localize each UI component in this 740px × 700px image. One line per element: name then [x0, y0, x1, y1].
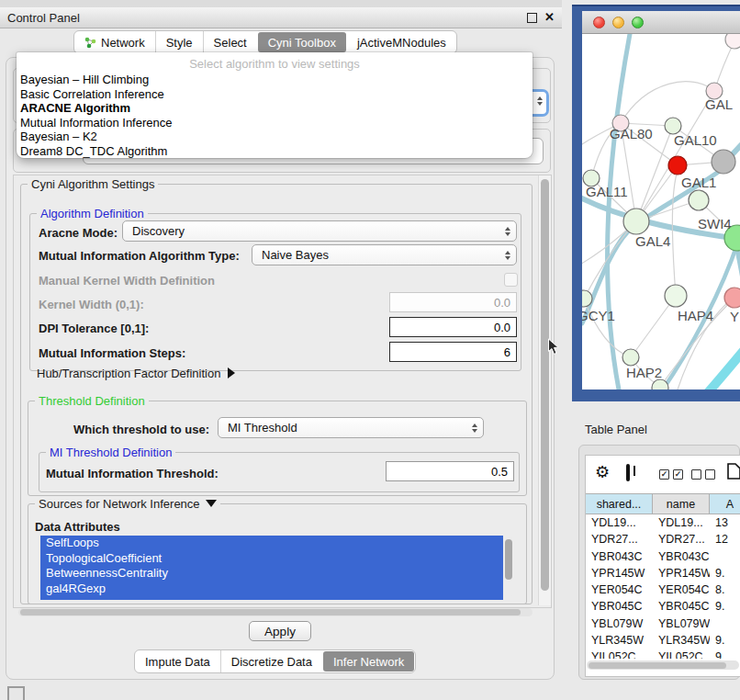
table-cell[interactable]: YLR345W: [653, 632, 710, 649]
dropdown-item-bayesian-k2[interactable]: Bayesian – K2: [17, 130, 533, 144]
network-node[interactable]: [652, 379, 668, 390]
export-table-icon[interactable]: [727, 463, 740, 483]
manual-kernel-checkbox[interactable]: [504, 273, 518, 287]
table-horizontal-scrollbar[interactable]: [587, 660, 739, 670]
close-window-icon[interactable]: [593, 17, 605, 28]
kernel-width-input[interactable]: [389, 292, 517, 312]
table-cell[interactable]: YBL079W: [653, 615, 710, 632]
attribute-item-betweennesscentrality[interactable]: BetweennessCentrality: [40, 566, 503, 581]
table-cell[interactable]: YDR27...: [586, 531, 653, 548]
select-all-checks-icon[interactable]: ✓✓: [659, 469, 683, 480]
table-cell[interactable]: YIL052C: [586, 649, 653, 659]
dpi-tolerance-input[interactable]: [389, 317, 517, 337]
table-cell[interactable]: [710, 548, 740, 565]
table-row[interactable]: YBR043CYBR043C: [586, 548, 740, 565]
settings-vertical-scrollbar[interactable]: [538, 175, 551, 605]
zoom-window-icon[interactable]: [632, 17, 644, 28]
attribute-item-selfloops[interactable]: SelfLoops: [40, 536, 503, 551]
tab-cyni-toolbox[interactable]: Cyni Toolbox: [258, 32, 346, 52]
network-node-hap4[interactable]: [665, 285, 687, 307]
dropdown-item-dream8-dc-tdc-algorithm[interactable]: Dream8 DC_TDC Algorithm: [17, 144, 533, 159]
minimized-panel-icon[interactable]: [7, 686, 25, 700]
table-row[interactable]: YPR145WYPR145W9.: [586, 565, 740, 581]
table-cell[interactable]: YPR145W: [653, 565, 710, 581]
column-visibility-icon[interactable]: [626, 464, 630, 481]
aracne-mode-combo[interactable]: Discovery: [122, 220, 517, 242]
attribute-item-gal4rgexp[interactable]: gal4RGexp: [40, 581, 503, 597]
network-node[interactable]: [668, 156, 687, 175]
table-row[interactable]: YDL19...YDL19...13: [586, 514, 740, 531]
dropdown-item-mutual-information-inference[interactable]: Mutual Information Inference: [17, 116, 533, 130]
which-threshold-combo[interactable]: MI Threshold: [218, 417, 484, 438]
table-cell[interactable]: YBR043C: [586, 548, 653, 565]
mi-type-combo[interactable]: Naive Bayes: [252, 244, 517, 265]
collapse-arrow-icon[interactable]: [206, 500, 217, 507]
table-cell[interactable]: 8.: [710, 581, 740, 598]
tab-discretize-data[interactable]: Discretize Data: [220, 650, 322, 672]
close-panel-icon[interactable]: ✕: [544, 13, 555, 22]
settings-horizontal-scrollbar[interactable]: [18, 608, 533, 616]
table-row[interactable]: YBL079WYBL079W: [586, 615, 740, 632]
table-cell[interactable]: YER054C: [586, 581, 653, 598]
table-cell[interactable]: 13: [710, 514, 740, 531]
network-view[interactable]: GALGAL80GAL10GAL1GAL11GAL4SWI4GCY1HAP4YH…: [582, 34, 740, 390]
column-header-shared-[interactable]: shared...: [586, 493, 653, 514]
tab-impute-data[interactable]: Impute Data: [135, 650, 220, 672]
network-node-gal1[interactable]: [689, 190, 709, 210]
data-attributes-list[interactable]: SelfLoopsTopologicalCoefficientBetweenne…: [40, 536, 503, 600]
tab-jactivemnodules[interactable]: jActiveMNodules: [347, 31, 456, 53]
table-row[interactable]: YDR27...YDR27...12: [586, 531, 740, 548]
hub-definition-toggle[interactable]: Hub/Transcription Factor Definition: [37, 367, 235, 380]
table-cell[interactable]: YER054C: [653, 581, 710, 598]
table-row[interactable]: YIL052CYIL052C9.: [586, 649, 740, 659]
table-cell[interactable]: YDR27...: [653, 531, 710, 548]
mi-threshold-input[interactable]: [386, 461, 514, 481]
table-cell[interactable]: YBR045C: [586, 598, 653, 615]
tab-style[interactable]: Style: [155, 31, 203, 53]
table-cell[interactable]: YPR145W: [586, 565, 653, 581]
scrollbar-thumb[interactable]: [20, 609, 521, 615]
table-row[interactable]: YBR045CYBR045C9.: [586, 598, 740, 615]
tab-label: Cyni Toolbox: [268, 36, 336, 50]
table-row[interactable]: YLR345WYLR345W9.: [586, 632, 740, 649]
network-node[interactable]: [725, 34, 740, 49]
table-cell[interactable]: 9.: [710, 632, 740, 649]
column-header-a[interactable]: A: [710, 493, 740, 514]
dropdown-item-aracne-algorithm[interactable]: ARACNE Algorithm: [17, 101, 533, 116]
tab-infer-network[interactable]: Infer Network: [323, 651, 414, 672]
attribute-item-topologicalcoefficient[interactable]: TopologicalCoefficient: [40, 551, 503, 567]
table-row[interactable]: YER054CYER054C8.: [586, 581, 740, 598]
table-cell[interactable]: YLR345W: [586, 632, 653, 649]
table-cell[interactable]: 9.: [710, 649, 740, 659]
network-node[interactable]: [712, 150, 735, 174]
table-cell[interactable]: 9.: [710, 598, 740, 615]
table-cell[interactable]: YBL079W: [586, 615, 653, 632]
table-cell[interactable]: [710, 615, 740, 632]
tab-network[interactable]: Network: [74, 31, 155, 53]
network-window-titlebar[interactable]: [582, 11, 740, 34]
network-node-hap2[interactable]: [622, 349, 639, 366]
table-cell[interactable]: YBR043C: [653, 548, 710, 565]
network-node-gal4[interactable]: [623, 209, 649, 234]
scrollbar-thumb[interactable]: [505, 539, 512, 580]
tab-select[interactable]: Select: [203, 31, 257, 53]
table-cell[interactable]: YDL19...: [586, 514, 653, 531]
minimize-window-icon[interactable]: [612, 17, 624, 28]
dropdown-item-bayesian-hill-climbing[interactable]: Bayesian – Hill Climbing: [17, 73, 533, 87]
network-node-y[interactable]: [724, 288, 740, 308]
column-header-name[interactable]: name: [653, 493, 710, 514]
table-cell[interactable]: YIL052C: [653, 649, 710, 659]
table-cell[interactable]: YDL19...: [653, 514, 710, 531]
mi-steps-input[interactable]: [389, 342, 517, 362]
table-cell[interactable]: 9.: [710, 565, 740, 581]
attributes-list-scrollbar[interactable]: [504, 537, 513, 596]
scrollbar-thumb[interactable]: [541, 179, 549, 591]
float-panel-icon[interactable]: [527, 13, 537, 23]
table-settings-gear-icon[interactable]: ⚙: [595, 464, 610, 480]
table-cell[interactable]: 12: [710, 531, 740, 548]
dropdown-item-basic-correlation-inference[interactable]: Basic Correlation Inference: [17, 87, 533, 102]
scrollbar-thumb[interactable]: [589, 662, 726, 669]
deselect-all-checks-icon[interactable]: [691, 469, 715, 480]
apply-button[interactable]: Apply: [249, 621, 311, 641]
table-cell[interactable]: YBR045C: [653, 598, 710, 615]
